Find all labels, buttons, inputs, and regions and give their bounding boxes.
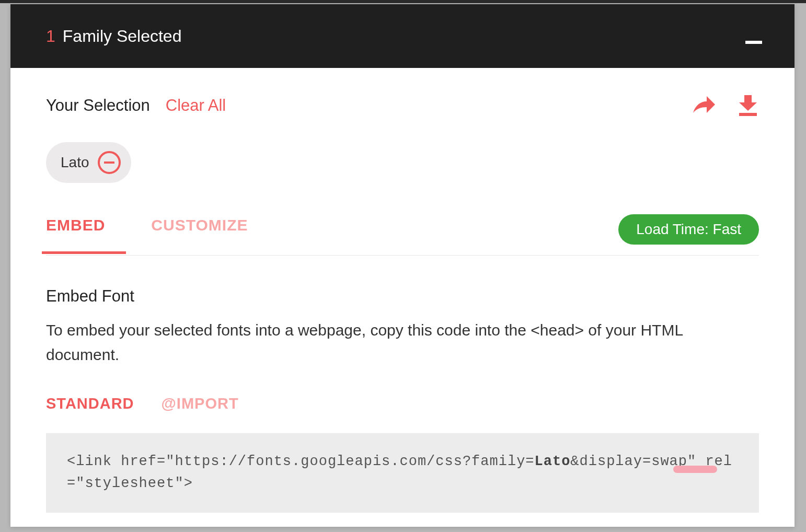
embed-section: Embed Font To embed your selected fonts … [46, 256, 759, 513]
highlight-annotation [673, 466, 717, 473]
panel-header: 1 Family Selected [10, 4, 795, 68]
load-time-badge: Load Time: Fast [618, 214, 759, 245]
tabs-row: EMBED CUSTOMIZE Load Time: Fast [46, 214, 759, 256]
fonts-panel: 1 Family Selected Your Selection Clear A… [10, 4, 795, 527]
header-text: Family Selected [63, 27, 182, 46]
embed-font-description: To embed your selected fonts into a webp… [46, 318, 736, 367]
your-selection-label: Your Selection [46, 96, 150, 115]
embed-font-title: Embed Font [46, 287, 759, 306]
chip-label: Lato [61, 154, 89, 171]
font-chip-lato: Lato [46, 142, 131, 183]
code-prefix: <link href="https://fonts.googleapis.com… [67, 454, 535, 469]
code-family: Lato [535, 454, 571, 469]
tab-customize[interactable]: CUSTOMIZE [151, 216, 248, 253]
minimize-icon [745, 41, 762, 44]
embed-subtabs: STANDARD @IMPORT [46, 395, 759, 412]
minimize-button[interactable] [738, 23, 769, 49]
svg-rect-0 [739, 113, 757, 116]
chips: Lato [46, 142, 759, 183]
download-icon[interactable] [737, 94, 759, 117]
share-icon[interactable] [692, 95, 716, 116]
selection-row: Your Selection Clear All [46, 94, 759, 117]
chip-remove-button[interactable] [98, 151, 121, 174]
embed-code-block[interactable]: <link href="https://fonts.googleapis.com… [46, 433, 759, 513]
header-title: 1 Family Selected [46, 27, 181, 46]
panel-content: Your Selection Clear All Lato EMBED C [10, 68, 795, 513]
family-count: 1 [46, 27, 55, 46]
subtab-import[interactable]: @IMPORT [162, 395, 239, 412]
clear-all-button[interactable]: Clear All [166, 96, 226, 115]
tab-embed[interactable]: EMBED [46, 216, 105, 253]
subtab-standard[interactable]: STANDARD [46, 395, 134, 412]
